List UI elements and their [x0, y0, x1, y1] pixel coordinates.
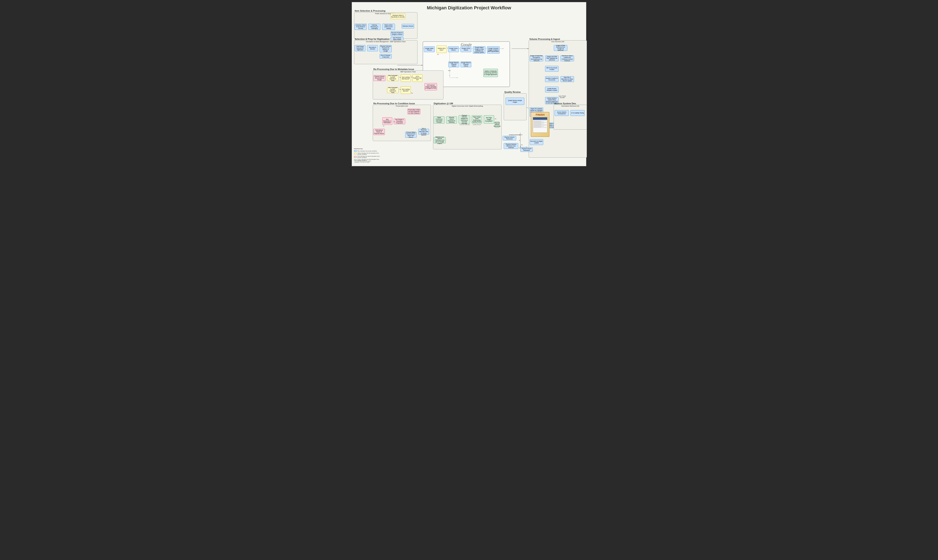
finish-screen-line-5: [534, 123, 542, 123]
mirlyn-box: Mirlyn (online public access catalog): [382, 24, 395, 30]
quality-sample-box: Quality Review Sample Images: [506, 98, 524, 105]
finish-screen-line-11: [534, 127, 542, 127]
finish-screen-header: [533, 117, 547, 120]
document-images-loaded-box: Document & Images Loaded: [530, 139, 543, 145]
records-posted-box: Records Posted for Google to retrieve: [390, 31, 404, 36]
finish-screen-line-1: [534, 120, 547, 121]
access-system-dev-box: Access System Development: [555, 110, 569, 116]
physical-prepared-scanning-box: Physical Volume Prepared for Scanning: [446, 116, 457, 124]
digitization-um-title: Digitization @ UM: [434, 102, 453, 105]
physical-rescanned-box: Physical Volume Rescanned: [495, 122, 499, 128]
materials-shelved-box: Materials Shelved: [402, 24, 414, 28]
reprocessing-meta-title: Re-Processing Due to Metadata Issue: [373, 68, 414, 71]
rebinding-repair-box: Rebinding & Repair of Physical Volume: [373, 129, 385, 135]
images-validated-box: Images and Data Files Validated via GROO…: [545, 55, 558, 61]
page-title: Michigan Digitization Project Workflow: [354, 5, 584, 11]
digital-conversion-intake-box: Digital Conversion Unit Intake Process: [434, 116, 444, 124]
finish-screen-line-4: [534, 122, 547, 123]
svg-text:Condition of book good?: Condition of book good?: [509, 134, 523, 135]
key-item-pink: Pink indicates the second deviation from…: [354, 155, 382, 158]
finish-screen-line-8: [534, 125, 542, 125]
google-returns-box: Google Returns Physical Volume: [460, 62, 471, 67]
access-system-title: Access System Dev.: [554, 102, 576, 105]
section-reprocessing-condition: Re-Processing Due to Condition Issue Pre…: [373, 105, 431, 141]
item-repair-box: Item Repair & Rebinding Preparation: [394, 118, 405, 124]
scanned-internally-label: Scanned Internally: [460, 124, 470, 125]
quality-review-section-title: Quality Review: [504, 91, 521, 93]
access-system-subtitle: Information Retrieval Unit: [554, 105, 587, 107]
google-makes-images-box: Google Makes Images & Data Available via…: [473, 46, 485, 54]
section-selection-prep: Selection & Prep for Digitization Circul…: [354, 40, 417, 64]
finish-screen-line-9: [534, 125, 547, 126]
materials-special-box: Materials from Special Collections (not …: [434, 137, 446, 143]
um-scanned-images-box: UM Scanned Images Uploaded to Google for…: [424, 83, 437, 90]
from-public-domain-label: from Public Domain: [556, 95, 569, 98]
finish-label: FINISH: [536, 113, 545, 116]
file-checkedin-box: File of Checked-in Barcodes: [380, 54, 392, 58]
item-lacking-barcode-box: Item Lacking Barcode?: [401, 86, 411, 94]
physical-reshelved-box: Physical Volume Reshelved: [520, 147, 533, 152]
file-note: Title: MDPflowchart_v3.graffle Modified:…: [355, 160, 371, 163]
flowchart-key: FlowChart Key Blue indicates the primary…: [354, 148, 382, 162]
key-item-yellow: Yellow indicates the first deviation fro…: [354, 152, 382, 155]
physical-shipped-box: Physical Volumes Shipped for Scanning or…: [458, 115, 470, 124]
condition-no-label: no: [519, 140, 520, 141]
volume-processing-subtitle: Core Services Unit: [529, 41, 587, 42]
item-corrected-mdp-box: Item Corrected by MDP Operations Team: [387, 87, 398, 93]
mets-created-box: METS Documents Created: [545, 66, 558, 72]
flowchart-key-title: FlowChart Key: [354, 148, 382, 149]
selection-prep-subtitle: Circulation & Stack Management – MDP Ope…: [354, 41, 417, 42]
physical-volume-reshelved-final: Physical Volume Reshelved: [503, 136, 516, 140]
section-volume-processing: Volume Processing & Ingest Core Services…: [529, 40, 587, 158]
google-scans-box: Google Scans Volume: [448, 46, 459, 52]
key-color-blue: [354, 150, 356, 152]
finish-screen-line-7: [534, 124, 547, 125]
section-reprocessing-meta: Re-Processing Due to Metadata Issue MDP …: [373, 71, 443, 100]
handles-created-box: Handles Created for Documents: [545, 76, 558, 82]
section-access-system: Access System Dev. Information Retrieval…: [554, 105, 587, 129]
data-file-barcodes-box: Data File of Barcodes for Mirlyn Record …: [560, 76, 574, 82]
selection-prep-title: Selection & Prep for Digitization: [355, 38, 389, 40]
barcoded-weeded-box: Barcoded & Weeded: [367, 45, 378, 51]
svg-text:yes: yes: [521, 144, 523, 145]
page-wrapper: Michigan Digitization Project Workflow: [352, 2, 586, 166]
key-color-pink: [354, 156, 356, 158]
file-returned-barcodes-box: File of Returned Barcodes Sent to Librar…: [418, 129, 429, 135]
physical-resubmit-box: Physical Volume Resubmitted to Google: [373, 75, 386, 81]
process-status-removed-box: Process Status Removed from Mirlyn Item …: [405, 132, 417, 138]
google-rejects-box: Google Rejects Physical Volume: [448, 62, 459, 67]
item-corrected-ops-box: Item Corrected by MDP Operations Team: [387, 75, 398, 81]
page-images-rudimentary-box: Page Images Given Rudimentary Quality Re…: [472, 115, 482, 124]
item-rebindable-box: Item Repairable or Rebindable?: [382, 117, 392, 125]
images-retrieved-box: Images & Data Retrieved from Google via …: [554, 45, 567, 51]
reprocessing-condition-subtitle: Preservation Unit: [373, 105, 431, 107]
file-modified: Modified: Thu Dec 04 2008: [355, 162, 371, 163]
finish-screen-line-3: [534, 122, 544, 122]
ordering-box: Ordering, Receiving, & Cataloging: [369, 24, 380, 30]
section-digitization-um: Digitization @ UM Digital Conversion Uni…: [433, 105, 501, 149]
google-ocrs-box: Google OCRs Volume: [460, 46, 471, 52]
ui-usability-box: UI & Usability Testing: [571, 110, 585, 116]
item-selection-subtitle: Public Services & Acquisitions: [354, 13, 417, 14]
page-images-acceptable-box: Are Page Images Acceptable?: [484, 115, 494, 124]
physical-volumes-withdrawn-box: Physical Volumes Withdrawn from Collecti…: [504, 143, 518, 149]
volume-processing-title: Volume Processing & Ingest: [529, 38, 560, 40]
physical-volumes-box: Physical Volumes Prepared for Delivery t…: [380, 45, 392, 52]
finish-screen-line-12: [534, 127, 547, 128]
publisher-optout-box: Is it a Publisher Opt-out?: [412, 74, 423, 82]
finish-box: FINISH: [531, 112, 549, 137]
diagram-area: Yes No: [354, 12, 584, 164]
item-lacking-bib-box: Item Lacking Bib Record?: [401, 74, 411, 82]
google-converts-box: Google Converts Images & Data to MDP Spe…: [487, 46, 500, 54]
librarians-box: Librarians Select & Buy Books & Journals: [355, 24, 367, 30]
quality-review-inline-label: Quality Review: [473, 124, 481, 125]
quality-review-samples-box: Quality Review Samples Created: [545, 87, 558, 92]
finish-screen-line-10: [534, 126, 544, 126]
key-item-blue: Blue indicates the primary workflow: [354, 150, 382, 152]
images-decrypted-box: Images & Data Files Decrypted & Decompre…: [530, 55, 543, 61]
google-intake-box: Google Intake Process: [424, 46, 435, 52]
user-reported-box: Librarians Select & Buy Books & Journals: [390, 13, 405, 19]
reprocessing-condition-title: Re-Processing Due to Condition Issue: [373, 102, 415, 105]
volume-ok-box: Volume ok to Scan?: [437, 46, 447, 53]
addition-materials-box: Addition of Materials Scanned by UM Prio…: [483, 69, 498, 77]
